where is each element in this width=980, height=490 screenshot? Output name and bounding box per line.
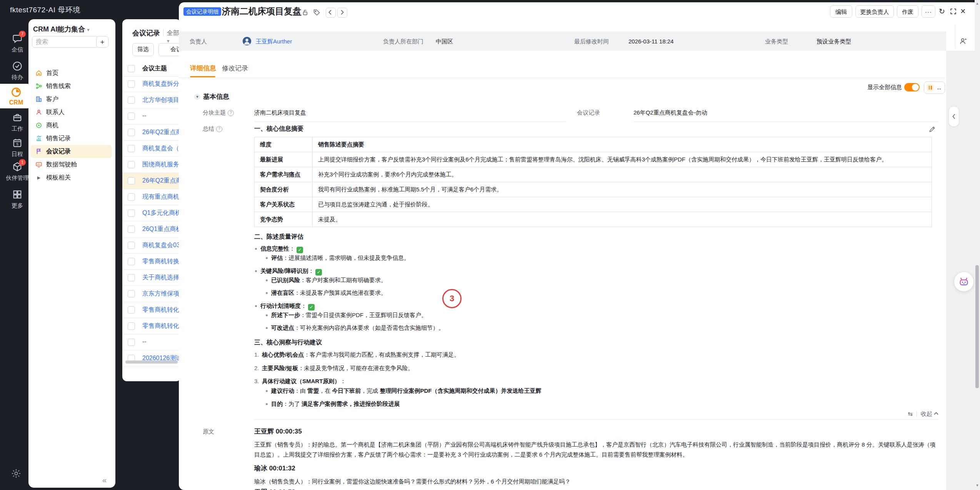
menu-item-home[interactable]: 首页: [31, 66, 112, 80]
section-basic-info[interactable]: ▼基本信息: [194, 92, 229, 101]
search-input[interactable]: [32, 36, 98, 48]
tag-icon[interactable]: [313, 8, 321, 17]
tab-change-log[interactable]: 修改记录: [222, 64, 248, 73]
edit-button[interactable]: 编辑: [830, 5, 852, 18]
collapse-button[interactable]: 收起: [921, 409, 938, 419]
show-all-toggle[interactable]: [904, 83, 920, 91]
settings-gear-icon[interactable]: [11, 468, 22, 479]
table-row[interactable]: 零售商机转化档案: [122, 302, 181, 318]
scroll-up-icon[interactable]: ▲: [975, 2, 980, 5]
table-row[interactable]: 商机复盘会0305: [122, 238, 181, 254]
table-row[interactable]: 商机复盘拆分会议: [122, 76, 181, 92]
change-owner-button[interactable]: 更换负责人: [855, 5, 894, 18]
row-checkbox[interactable]: [128, 177, 135, 184]
menu-item-leads[interactable]: 销售线索: [31, 80, 112, 93]
panel-collapse-icon[interactable]: «: [102, 476, 107, 485]
next-record-button[interactable]: [337, 8, 347, 18]
horizontal-scrollbar[interactable]: [125, 360, 178, 364]
close-icon[interactable]: ×: [960, 6, 965, 17]
smart-purpose-item: 目的：为了 满足客户案例需求，推进报价阶段进展: [254, 399, 938, 409]
dock-item-crm-active[interactable]: CRM: [0, 84, 32, 108]
row-checkbox[interactable]: [128, 339, 135, 346]
more-button[interactable]: ···: [922, 5, 935, 18]
contacts-icon[interactable]: [959, 37, 967, 45]
quality-item: 行动计划清晰度：✓: [254, 301, 938, 311]
owner-link[interactable]: 王亚辉Aurther: [256, 38, 292, 45]
meeting-list-panel: 会议记录 全部 ▾ 筛选 会议主题 会议主题 商机复盘拆分会议 北方华创项目问题…: [122, 19, 181, 381]
field-meeting-link[interactable]: 26年Q2重点商机复盘会-勿动: [633, 109, 707, 116]
scroll-down-icon[interactable]: ▼: [975, 483, 980, 487]
arrows-horizontal-icon[interactable]: ↔: [936, 85, 942, 91]
ai-assistant-button[interactable]: [954, 272, 973, 291]
field-chip-meeting-topic[interactable]: 会议主题: [158, 43, 181, 56]
meeting-rows: 商机复盘拆分会议 北方华创项目问题沟通 -- 26年Q2重点商机复盘 商机复盘会…: [122, 76, 181, 367]
collapse-caret-icon[interactable]: ▼: [194, 94, 200, 100]
table-row: 最新进展上周提交详细报价方案，客户反馈需补充3个同行业案例及6个月完成施工；售前…: [255, 152, 932, 167]
row-checkbox[interactable]: [128, 161, 135, 168]
swap-icon[interactable]: ⇆: [908, 409, 913, 419]
menu-item-opportunities[interactable]: 商机: [31, 119, 112, 132]
row-checkbox[interactable]: [128, 226, 135, 233]
window-scrollbar[interactable]: ▲ ▼: [975, 0, 980, 490]
table-row[interactable]: 北方华创项目问题沟通: [122, 92, 181, 108]
table-row[interactable]: 20260126测试会议: [122, 350, 181, 367]
select-all-checkbox[interactable]: [128, 65, 135, 72]
expand-icon[interactable]: [950, 8, 957, 15]
edit-pencil-icon[interactable]: [928, 125, 936, 133]
layout-switch-group[interactable]: ↔: [924, 81, 945, 94]
scrollbar-thumb[interactable]: [975, 265, 979, 388]
prev-record-button[interactable]: [326, 8, 336, 18]
table-row[interactable]: 26Q1重点商机复盘: [122, 221, 181, 238]
crm-nav-panel: CRM AI能力集合 ▾ + 首页 销售线索 客户 联系人 商机 销售记录: [28, 19, 115, 488]
table-row[interactable]: 商机复盘会（客户）: [122, 141, 181, 157]
menu-item-dashboard[interactable]: 数据驾驶舱: [31, 158, 112, 171]
void-button[interactable]: 作废: [897, 5, 918, 18]
row-checkbox[interactable]: [128, 258, 135, 265]
sidebar-collapse-handle[interactable]: [948, 106, 959, 127]
menu-item-meeting-records[interactable]: 会议记录: [31, 145, 112, 158]
field-topic-value[interactable]: 济南二机床项目复盘: [254, 109, 306, 116]
tab-active-underline: [190, 76, 215, 77]
menu-item-customers[interactable]: 客户: [31, 93, 112, 106]
help-icon[interactable]: ?: [216, 126, 222, 132]
add-button[interactable]: +: [96, 36, 108, 48]
row-checkbox[interactable]: [128, 113, 135, 120]
lock-icon[interactable]: [301, 8, 310, 17]
row-checkbox[interactable]: [128, 80, 135, 88]
row-checkbox[interactable]: [128, 306, 135, 314]
table-row[interactable]: 京东方维保项目复盘: [122, 286, 181, 302]
crm-panel-title[interactable]: CRM AI能力集合 ▾: [33, 25, 90, 34]
menu-item-sales-records[interactable]: 销售记录: [31, 132, 112, 145]
table-row[interactable]: --: [122, 108, 181, 125]
table-row[interactable]: --: [122, 334, 181, 350]
menu-item-contacts[interactable]: 联系人: [31, 106, 112, 119]
help-icon[interactable]: ?: [228, 110, 234, 116]
table-row-selected[interactable]: 26年Q2重点商机复盘会: [122, 173, 181, 189]
row-checkbox[interactable]: [128, 322, 135, 330]
smart-action-item: 建议行动：由 雷盟，在 今日下班前，完成 整理同行业案例PDF（含实施周期和交付…: [254, 386, 938, 395]
badge: 7: [19, 31, 26, 37]
filter-button[interactable]: 筛选: [132, 43, 154, 56]
table-row[interactable]: Q1多元化商机分析: [122, 205, 181, 221]
row-checkbox[interactable]: [128, 96, 135, 104]
show-all-label: 显示全部信息: [848, 84, 902, 91]
row-checkbox[interactable]: [128, 145, 135, 152]
table-row[interactable]: 关于商机选择与评估: [122, 270, 181, 286]
quality-sub-item: 可改进点：可补充案例内容的具体要求（如是否需包含实施细节）。: [254, 323, 938, 332]
menu-item-templates[interactable]: ▶ 模板相关: [31, 171, 112, 184]
columns-icon[interactable]: [927, 84, 934, 91]
table-row[interactable]: 零售商机转换会议: [122, 254, 181, 270]
row-checkbox[interactable]: [128, 209, 135, 217]
table-row[interactable]: 围绕商机服务商讨论: [122, 157, 181, 173]
table-row: 客户关系状态已与项目总监张涛建立沟通，处于报价阶段。: [255, 197, 932, 212]
table-row[interactable]: 零售商机转化档案: [122, 318, 181, 334]
table-row[interactable]: 现有重点商机进展: [122, 189, 181, 205]
table-row[interactable]: 26年Q2重点商机复盘: [122, 125, 181, 141]
refresh-icon[interactable]: ↻: [939, 7, 945, 16]
row-checkbox[interactable]: [128, 290, 135, 297]
row-checkbox[interactable]: [128, 242, 135, 249]
tab-detail-info[interactable]: 详细信息: [190, 64, 216, 73]
row-checkbox[interactable]: [128, 274, 135, 281]
row-checkbox[interactable]: [128, 129, 135, 136]
row-checkbox[interactable]: [128, 193, 135, 201]
